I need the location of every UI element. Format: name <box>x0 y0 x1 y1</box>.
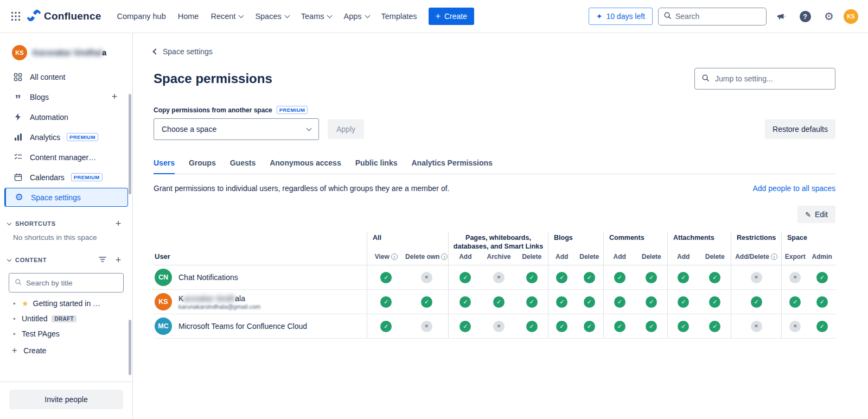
tab-users[interactable]: Users <box>154 158 175 174</box>
nav-recent[interactable]: Recent <box>205 8 249 25</box>
permissions-tabs: Users Groups Guests Anonymous access Pub… <box>154 158 835 174</box>
column-header: Delete <box>515 253 548 261</box>
app-switcher-icon[interactable] <box>7 7 25 26</box>
search-input[interactable] <box>675 12 761 21</box>
apply-button[interactable]: Apply <box>328 119 364 139</box>
column-group: AllViewiDelete owni <box>367 232 448 265</box>
check-icon: ✓ <box>709 272 720 283</box>
permission-granted: ✓ <box>548 321 576 332</box>
permission-granted: ✓ <box>515 272 548 283</box>
nav-home[interactable]: Home <box>172 8 205 25</box>
add-shortcut-icon[interactable]: + <box>112 218 125 230</box>
check-icon: ✓ <box>584 272 595 283</box>
check-icon: ✓ <box>614 272 626 283</box>
chevron-down-icon[interactable] <box>7 220 11 225</box>
add-blog-icon[interactable]: + <box>108 91 121 103</box>
settings-gear-icon[interactable]: ⚙ <box>820 7 838 26</box>
confluence-logo[interactable]: Confluence <box>25 9 106 24</box>
nav-teams[interactable]: Teams <box>295 8 338 25</box>
add-people-to-all-spaces-link[interactable]: Add people to all spaces <box>752 184 835 193</box>
cross-icon: ✕ <box>751 272 762 283</box>
restore-defaults-button[interactable]: Restore defaults <box>765 119 835 139</box>
pencil-icon: ✎ <box>805 211 811 219</box>
add-content-icon[interactable]: + <box>112 255 125 266</box>
check-icon: ✓ <box>678 296 689 308</box>
permission-granted: ✓ <box>809 321 836 332</box>
choose-space-select[interactable]: Choose a space <box>154 118 319 140</box>
check-icon: ✓ <box>789 296 801 308</box>
edit-button[interactable]: ✎ Edit <box>797 206 835 223</box>
page-item-getting-started[interactable]: • ★ Getting started in … <box>0 296 132 311</box>
bullet-icon: • <box>13 315 17 323</box>
sidebar-item-analytics[interactable]: Analytics PREMIUM <box>4 128 128 147</box>
check-icon: ✓ <box>816 296 828 308</box>
check-icon: ✓ <box>678 272 689 283</box>
create-button[interactable]: + Create <box>429 8 474 25</box>
page-title: Space permissions <box>154 71 272 86</box>
cross-icon: ✕ <box>421 321 432 332</box>
tab-guests[interactable]: Guests <box>230 158 256 174</box>
info-icon[interactable]: i <box>771 253 777 260</box>
check-icon: ✓ <box>526 321 538 332</box>
announcements-megaphone-icon[interactable] <box>772 7 790 26</box>
check-icon: ✓ <box>459 272 471 283</box>
check-icon: ✓ <box>556 272 567 283</box>
invite-people-button[interactable]: Invite people <box>9 390 123 409</box>
check-icon: ✓ <box>421 296 432 308</box>
tab-public-links[interactable]: Public links <box>355 158 398 174</box>
chevron-down-icon[interactable] <box>7 257 11 261</box>
sidebar-item-automation[interactable]: Automation <box>4 107 128 126</box>
nav-spaces[interactable]: Spaces <box>249 8 295 25</box>
filter-icon[interactable] <box>99 255 106 265</box>
cross-icon: ✕ <box>751 321 762 332</box>
global-search[interactable] <box>658 8 767 26</box>
breadcrumb[interactable]: Space settings <box>154 47 213 56</box>
check-icon: ✓ <box>709 321 720 332</box>
sidebar-scrollbar[interactable] <box>129 94 131 194</box>
jump-to-setting-search[interactable] <box>694 68 835 90</box>
sidebar-item-calendars[interactable]: Calendars PREMIUM <box>4 168 128 187</box>
info-icon[interactable]: i <box>441 253 448 260</box>
tab-groups[interactable]: Groups <box>189 158 216 174</box>
tab-anonymous-access[interactable]: Anonymous access <box>270 158 341 174</box>
page-item-test-pages[interactable]: • Test PAges <box>0 326 132 341</box>
space-user-name: Karunakar Sindhala <box>33 48 106 57</box>
nav-apps[interactable]: Apps <box>337 8 375 25</box>
check-icon: ✓ <box>646 321 657 332</box>
page-item-untitled[interactable]: • Untitled DRAFT <box>0 311 132 326</box>
check-icon: ✓ <box>459 321 471 332</box>
permission-granted: ✓ <box>731 296 781 308</box>
help-icon[interactable]: ? <box>796 7 814 26</box>
permission-granted: ✓ <box>576 296 603 308</box>
permission-granted: ✓ <box>576 272 603 283</box>
trial-days-left-button[interactable]: ✦ 10 days left <box>589 8 653 25</box>
plus-icon: + <box>436 14 441 19</box>
content-search[interactable] <box>9 273 124 293</box>
sidebar-item-content-manager[interactable]: Content manager… <box>4 148 128 167</box>
jump-to-setting-input[interactable] <box>715 74 828 83</box>
permission-granted: ✓ <box>604 296 636 308</box>
permission-denied: ✕ <box>405 272 448 283</box>
sidebar-create-button[interactable]: + Create <box>0 341 132 360</box>
space-user-header[interactable]: KS Karunakar Sindhala <box>0 36 132 67</box>
check-icon: ✓ <box>584 296 595 308</box>
search-by-title-input[interactable] <box>26 279 118 287</box>
nav-templates[interactable]: Templates <box>375 8 423 25</box>
star-emoji-icon: ★ <box>22 299 29 308</box>
nav-company-hub[interactable]: Company hub <box>111 8 171 25</box>
gear-icon: ⚙ <box>14 192 24 203</box>
sidebar-item-blogs[interactable]: ” Blogs + <box>4 87 128 106</box>
sidebar-item-all-content[interactable]: All content <box>4 67 128 86</box>
search-icon <box>15 278 22 288</box>
avatar: KS <box>155 293 172 310</box>
user-avatar[interactable]: KS <box>844 9 858 24</box>
logo-text: Confluence <box>44 10 101 22</box>
tab-analytics-permissions[interactable]: Analytics Permissions <box>411 158 492 174</box>
info-icon[interactable]: i <box>391 253 398 260</box>
sidebar-item-space-settings[interactable]: ⚙ Space settings <box>4 188 128 207</box>
cross-icon: ✕ <box>789 321 801 332</box>
sidebar-scrollbar[interactable] <box>129 320 131 375</box>
bullet-icon: • <box>13 330 17 338</box>
quote-icon: ” <box>12 97 23 101</box>
primary-nav: Company hub Home Recent Spaces Teams App… <box>111 8 423 25</box>
